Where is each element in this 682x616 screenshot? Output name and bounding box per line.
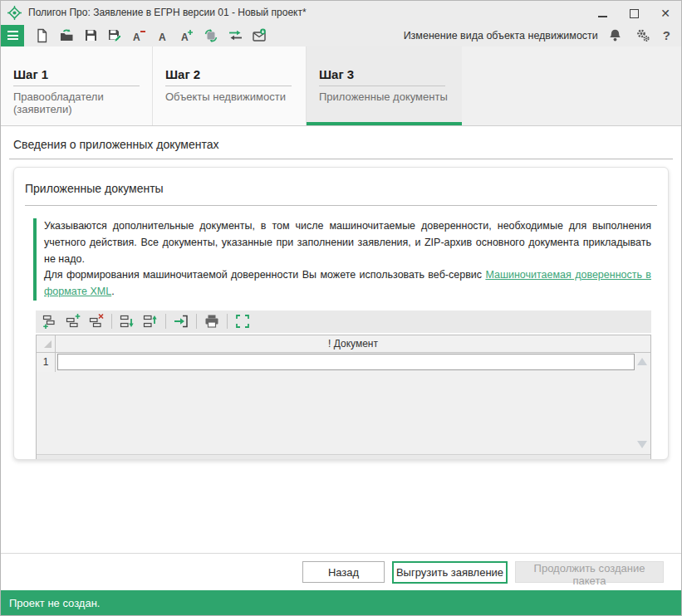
tab-step-1[interactable]: Шаг 1 Правообладатели (заявители)	[1, 46, 153, 125]
toolbar-separator	[111, 314, 112, 329]
send-mail-button[interactable]	[249, 26, 269, 46]
font-increase-icon: A	[179, 28, 194, 43]
notifications-button[interactable]	[606, 26, 626, 46]
svg-text:A: A	[159, 32, 166, 43]
font-increase-button[interactable]: A	[177, 26, 197, 46]
move-row-up-button[interactable]	[140, 311, 160, 331]
move-row-down-button[interactable]	[117, 311, 137, 331]
save-as-button[interactable]	[105, 26, 125, 46]
info-note: Указываются дополнительные документы, в …	[33, 218, 651, 301]
row-number-cell[interactable]: 1	[37, 353, 56, 372]
svg-text:A: A	[181, 32, 189, 43]
scroll-down-icon[interactable]	[637, 441, 647, 448]
settings-gears-icon	[635, 28, 650, 43]
tab-step-3-active[interactable]: Шаг 3 Приложенные документы	[307, 46, 462, 125]
app-logo-icon	[7, 6, 22, 20]
import-row-button[interactable]	[171, 311, 191, 331]
bell-icon	[608, 28, 622, 42]
send-mail-icon	[252, 28, 267, 43]
open-folder-icon	[59, 28, 75, 43]
expand-table-icon	[234, 313, 251, 330]
status-bar: Проект не создан.	[1, 590, 681, 615]
content-area: Сведения о приложенных документах Прилож…	[1, 126, 681, 553]
column-header-document: ! Документ	[56, 335, 650, 352]
title-bar: Полигон Про: Заявление в ЕГРН версии 01 …	[1, 1, 681, 24]
document-input[interactable]	[57, 354, 635, 370]
expand-table-button[interactable]	[233, 311, 253, 331]
select-all-corner-cell[interactable]	[37, 335, 56, 352]
back-button[interactable]: Назад	[302, 561, 385, 583]
settings-button[interactable]	[633, 26, 653, 46]
minimize-icon	[598, 16, 607, 17]
add-row-button[interactable]	[40, 311, 60, 331]
tab-step-title: Шаг 3	[319, 67, 445, 86]
footer-actions: Назад Выгрузить заявление Продолжить соз…	[1, 553, 681, 590]
info-paragraph-1: Указываются дополнительные документы, в …	[44, 218, 651, 267]
status-text: Проект не создан.	[9, 597, 100, 609]
table-row: 1	[37, 353, 650, 372]
new-document-button[interactable]	[32, 26, 52, 46]
move-row-down-icon	[119, 313, 135, 330]
table-empty-area	[37, 372, 650, 454]
table-toolbar	[36, 310, 651, 333]
import-row-icon	[173, 313, 189, 330]
font-reset-button[interactable]: A	[153, 26, 173, 46]
attached-documents-card: Приложенные документы Указываются дополн…	[13, 167, 669, 460]
maximize-icon	[630, 9, 639, 18]
toolbar-separator	[196, 314, 197, 329]
tab-step-subtitle: Правообладатели (заявители)	[13, 90, 152, 115]
convert-xml-button[interactable]	[201, 26, 221, 46]
continue-package-button-disabled: Продолжить создание пакета	[515, 561, 664, 583]
toolbar-separator	[165, 314, 166, 329]
maximize-button[interactable]	[628, 7, 640, 19]
print-icon	[204, 313, 220, 330]
section-divider	[9, 159, 673, 159]
tab-step-title: Шаг 1	[13, 67, 140, 86]
tab-step-title: Шаг 2	[165, 67, 292, 86]
card-title: Приложенные документы	[25, 182, 668, 195]
help-button[interactable]: ?	[660, 28, 673, 42]
new-document-icon	[35, 28, 50, 43]
insert-row-icon	[65, 313, 81, 330]
insert-row-button[interactable]	[63, 311, 83, 331]
scroll-up-icon[interactable]	[637, 358, 647, 365]
context-caption: Изменение вида объекта недвижимости	[404, 30, 598, 42]
main-toolbar: A A A Изменение вида объекта недвижимост…	[1, 24, 681, 46]
transfer-icon	[228, 28, 243, 42]
tab-step-2[interactable]: Шаг 2 Объекты недвижимости	[153, 46, 307, 125]
close-button[interactable]: ✕	[660, 7, 671, 19]
section-title: Сведения о приложенных документах	[13, 138, 681, 151]
save-button[interactable]	[81, 26, 101, 46]
close-icon: ✕	[660, 7, 670, 19]
font-decrease-button[interactable]: A	[129, 26, 149, 46]
wizard-tabs: Шаг 1 Правообладатели (заявители) Шаг 2 …	[1, 46, 681, 126]
save-icon	[84, 28, 98, 42]
toolbar-separator	[227, 314, 228, 329]
app-window: Полигон Про: Заявление в ЕГРН версии 01 …	[0, 0, 682, 616]
horizontal-scrollbar[interactable]	[37, 454, 650, 460]
move-row-up-icon	[142, 313, 159, 330]
print-button[interactable]	[202, 311, 222, 331]
font-decrease-icon: A	[131, 28, 146, 43]
svg-text:A: A	[133, 32, 140, 43]
tabstrip-filler	[462, 46, 681, 125]
tab-step-subtitle: Приложенные документы	[319, 90, 462, 103]
documents-table: ! Документ 1	[36, 335, 651, 460]
window-title: Полигон Про: Заявление в ЕГРН версии 01 …	[28, 7, 596, 18]
delete-row-icon	[88, 313, 105, 330]
transfer-button[interactable]	[225, 26, 245, 46]
card-divider	[25, 205, 657, 206]
hamburger-menu-button[interactable]	[1, 25, 24, 46]
open-project-button[interactable]	[56, 26, 76, 46]
info-paragraph-2: Для формирования машиночитаемой доверенн…	[44, 267, 651, 301]
add-row-icon	[42, 313, 58, 330]
font-reset-icon: A	[157, 28, 169, 43]
convert-xml-icon	[204, 28, 218, 43]
table-header-row: ! Документ	[37, 335, 650, 353]
upload-application-button[interactable]: Выгрузить заявление	[392, 561, 508, 584]
save-edit-icon	[107, 28, 122, 43]
minimize-button[interactable]	[596, 7, 608, 19]
tab-step-subtitle: Объекты недвижимости	[165, 90, 306, 103]
delete-row-button[interactable]	[86, 311, 106, 331]
